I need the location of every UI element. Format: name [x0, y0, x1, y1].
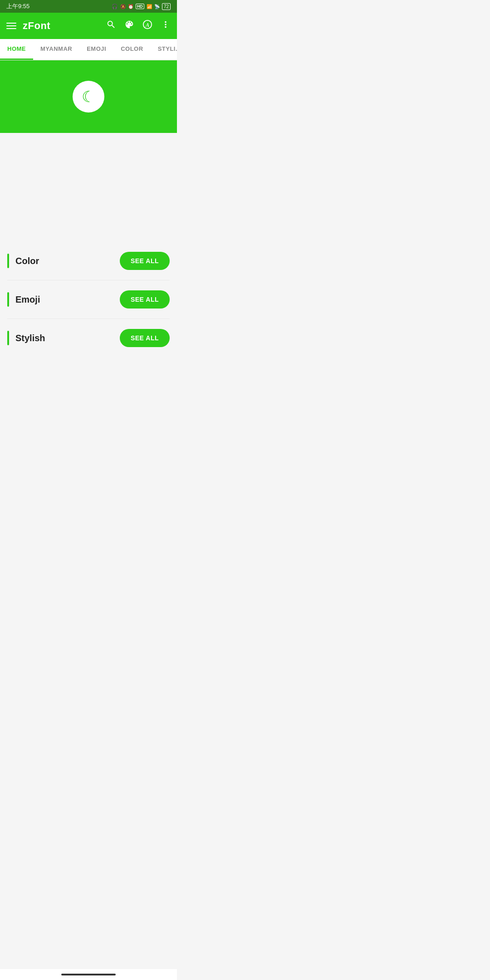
- app-bar: zFont A: [0, 13, 177, 39]
- category-color-left: Color: [7, 254, 39, 268]
- category-emoji-accent: [7, 292, 9, 307]
- wifi-icon: 📡: [154, 4, 160, 9]
- content-area: Color SEE ALL Emoji SEE ALL Stylish SEE …: [0, 133, 177, 366]
- signal-icon: 📶: [147, 4, 152, 9]
- category-color-row: Color SEE ALL: [7, 242, 170, 280]
- app-title: zFont: [23, 20, 100, 32]
- tab-stylish[interactable]: STYLI...: [151, 39, 177, 60]
- stylish-see-all-button[interactable]: SEE ALL: [120, 329, 170, 347]
- category-stylish-left: Stylish: [7, 331, 45, 345]
- category-stylish-row: Stylish SEE ALL: [7, 319, 170, 357]
- hd-icon: HD: [136, 4, 144, 9]
- loading-spacer: [7, 142, 170, 242]
- banner: ☾: [0, 60, 177, 133]
- palette-icon[interactable]: [124, 20, 134, 32]
- category-emoji-row: Emoji SEE ALL: [7, 280, 170, 319]
- font-icon[interactable]: A: [142, 20, 152, 32]
- tab-bar: HOME MYANMAR EMOJI COLOR STYLI...: [0, 39, 177, 60]
- category-color-accent: [7, 254, 9, 268]
- status-time: 上午9:55: [6, 2, 29, 10]
- status-bar: 上午9:55 🎧 🔕 ⏰ HD 📶 📡 72: [0, 0, 177, 13]
- category-emoji-label: Emoji: [15, 294, 40, 305]
- search-icon[interactable]: [106, 20, 116, 32]
- more-icon[interactable]: [161, 20, 171, 32]
- category-stylish-label: Stylish: [15, 333, 45, 343]
- tab-emoji[interactable]: EMOJI: [79, 39, 113, 60]
- category-emoji-left: Emoji: [7, 292, 40, 307]
- color-see-all-button[interactable]: SEE ALL: [120, 252, 170, 270]
- tab-color[interactable]: COLOR: [113, 39, 150, 60]
- svg-text:A: A: [145, 22, 149, 28]
- mute-icon: 🔕: [120, 4, 126, 9]
- tab-home[interactable]: HOME: [0, 39, 33, 60]
- status-icons: 🎧 🔕 ⏰ HD 📶 📡 72: [112, 3, 171, 10]
- category-color-label: Color: [15, 256, 39, 266]
- emoji-see-all-button[interactable]: SEE ALL: [120, 290, 170, 309]
- alarm-icon: ⏰: [128, 4, 133, 9]
- tab-myanmar[interactable]: MYANMAR: [33, 39, 79, 60]
- app-bar-actions: A: [106, 20, 171, 32]
- banner-logo-icon: ☾: [82, 88, 95, 106]
- category-stylish-accent: [7, 331, 9, 345]
- battery-icon: 72: [162, 3, 171, 10]
- banner-logo: ☾: [73, 81, 104, 113]
- menu-button[interactable]: [6, 23, 16, 29]
- headphone-icon: 🎧: [112, 4, 118, 10]
